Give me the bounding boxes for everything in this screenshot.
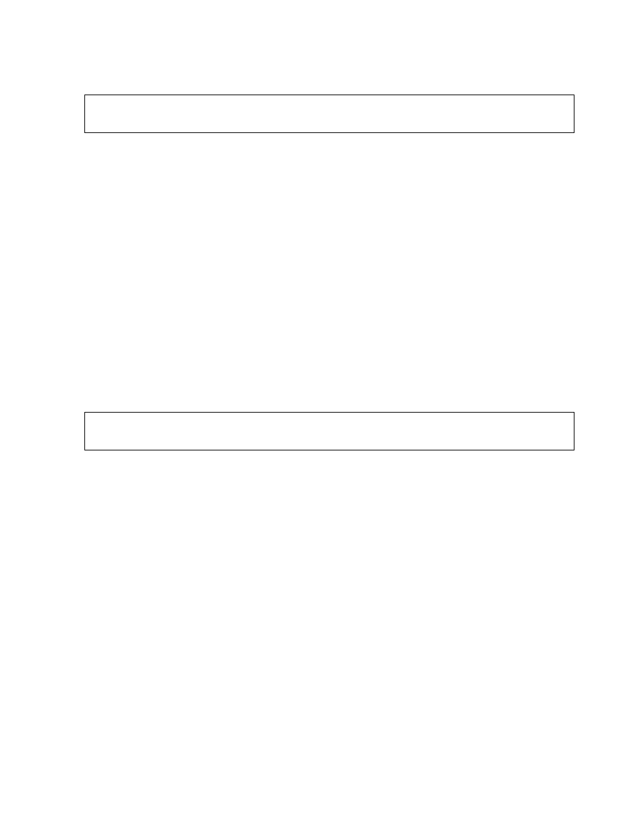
outlined-box-1: [84, 95, 574, 133]
outlined-box-2: [84, 412, 574, 450]
